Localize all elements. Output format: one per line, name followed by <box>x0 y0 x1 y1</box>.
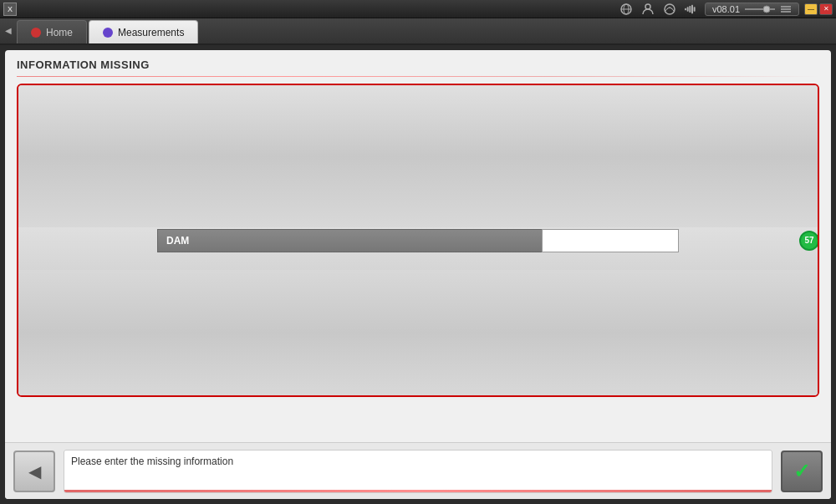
volume-icon[interactable] <box>683 3 700 16</box>
svg-rect-9 <box>694 7 696 11</box>
back-button[interactable]: ◀ <box>13 451 55 492</box>
person-icon[interactable] <box>640 3 656 16</box>
svg-point-3 <box>645 4 650 9</box>
main-content: INFORMATION MISSING DAM 57 ◀ Please ente… <box>5 50 831 499</box>
tab-arrow[interactable]: ◀ <box>0 17 17 43</box>
app-icon: X <box>3 3 17 16</box>
version-badge: v08.01 <box>705 3 799 16</box>
svg-point-4 <box>665 4 675 14</box>
svg-rect-7 <box>689 6 691 13</box>
tab-measurements[interactable]: Measurements <box>89 20 198 43</box>
message-box: Please enter the missing information <box>64 450 772 493</box>
win-controls: — ✕ <box>804 3 833 15</box>
tab-home[interactable]: Home <box>17 20 87 43</box>
checkmark-icon: ✓ <box>793 460 810 483</box>
field-row: DAM <box>157 229 679 252</box>
close-button[interactable]: ✕ <box>819 3 833 15</box>
title-bar-left: X <box>3 3 17 16</box>
side-notification: 57 <box>799 231 819 251</box>
section-divider <box>17 76 819 77</box>
tab-measurements-dot <box>103 28 113 38</box>
tab-measurements-label: Measurements <box>118 27 184 38</box>
tab-home-dot <box>31 28 41 38</box>
minimize-button[interactable]: — <box>804 3 818 15</box>
section-title: INFORMATION MISSING <box>5 50 831 76</box>
field-label: DAM <box>157 229 542 252</box>
title-bar-right: v08.01 — ✕ <box>618 3 833 16</box>
svg-point-11 <box>763 6 770 13</box>
title-bar: X <box>0 0 836 18</box>
svg-rect-5 <box>685 8 686 10</box>
message-text: Please enter the missing information <box>71 456 233 467</box>
svg-rect-6 <box>687 7 689 11</box>
back-icon: ◀ <box>28 461 41 481</box>
svg-rect-8 <box>691 4 693 13</box>
tab-home-label: Home <box>46 27 73 38</box>
bottom-bar: ◀ Please enter the missing information ✓ <box>5 442 831 499</box>
form-area: DAM 57 <box>17 84 819 397</box>
signal-icon <box>661 3 678 16</box>
tab-bar: ◀ Home Measurements <box>0 18 836 45</box>
confirm-button[interactable]: ✓ <box>781 451 823 492</box>
form-center: DAM <box>18 85 818 395</box>
dam-input[interactable] <box>542 229 679 252</box>
globe-icon[interactable] <box>618 3 635 16</box>
